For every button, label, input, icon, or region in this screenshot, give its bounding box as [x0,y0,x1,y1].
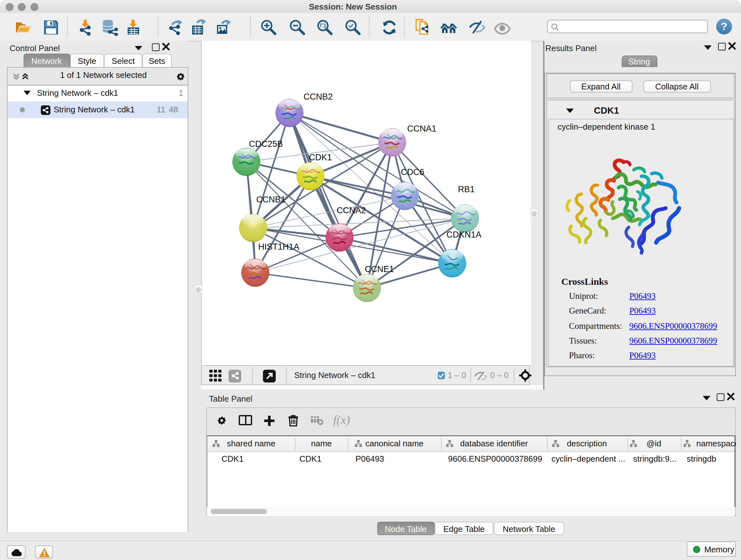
svg-text:CCNB2: CCNB2 [303,92,333,102]
svg-text:CCNA1: CCNA1 [407,124,436,133]
svg-text:CDC6: CDC6 [401,167,424,177]
svg-text:CDC25B: CDC25B [249,139,283,149]
svg-text:CCNA2: CCNA2 [336,206,366,215]
svg-text:CDKN1A: CDKN1A [446,230,481,240]
svg-text:CDK1: CDK1 [309,152,332,162]
svg-text:HIST1H1A: HIST1H1A [258,242,299,252]
svg-text:CCNE1: CCNE1 [364,264,394,274]
svg-text:RB1: RB1 [458,185,475,194]
svg-text:CCNB1: CCNB1 [256,195,285,204]
